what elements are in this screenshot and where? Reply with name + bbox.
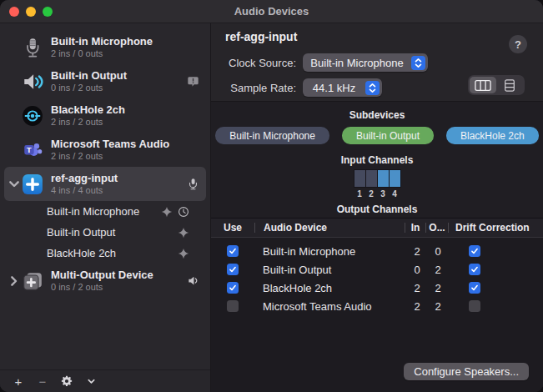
device-labels: Multi-Output Device0 ins / 2 outs (51, 269, 184, 293)
sample-rate-label: Sample Rate: (211, 82, 296, 94)
in-count-cell: 0 (407, 264, 427, 276)
drift-correction-checkbox[interactable] (469, 300, 480, 312)
column-header-use[interactable]: Use (211, 222, 254, 234)
page-title: ref-agg-input (225, 30, 297, 43)
output-channels-heading: Output Channels (211, 204, 543, 215)
use-checkbox[interactable] (227, 282, 239, 294)
view-segment-columns-view-icon[interactable] (470, 77, 496, 93)
configure-speakers-button[interactable]: Configure Speakers... (404, 363, 529, 380)
drift-correction-checkbox[interactable] (469, 245, 480, 257)
remove-device-button[interactable]: − (36, 375, 49, 388)
table-row[interactable]: Microsoft Teams Audio22 (211, 297, 543, 315)
zoom-button[interactable] (43, 7, 53, 17)
subdevice-name: Built-in Output (47, 226, 178, 239)
audio-device-cell: Built-in Microphone (254, 245, 407, 258)
sidebar-item-blackhole-2ch[interactable]: BlackHole 2ch2 ins / 2 outs (4, 98, 206, 133)
device-labels: Built-in Output0 ins / 2 outs (51, 69, 184, 93)
use-checkbox[interactable] (227, 245, 239, 257)
view-segment-rows-view-icon[interactable] (496, 77, 523, 93)
use-cell (211, 245, 254, 257)
device-status-icons (187, 274, 199, 287)
device-status-icons (187, 178, 199, 190)
input-channels-heading: Input Channels (211, 154, 543, 166)
device-labels: Built-in Microphone2 ins / 0 outs (51, 35, 199, 59)
use-checkbox[interactable] (227, 264, 239, 275)
blackhole-icon (21, 104, 43, 127)
drift-correction-checkbox[interactable] (469, 282, 480, 294)
device-name: Built-in Microphone (51, 35, 199, 48)
out-count-cell: 2 (427, 300, 449, 313)
use-checkbox[interactable] (227, 300, 239, 312)
window-title: Audio Devices (0, 5, 543, 18)
disclosure-chevron-icon[interactable] (8, 178, 21, 191)
subdevice-status-icons (161, 206, 189, 218)
subdevice-item-blackhole-2ch[interactable]: BlackHole 2ch (0, 243, 210, 264)
device-channel-summary: 2 ins / 2 outs (51, 151, 199, 162)
subdevice-pill-blackhole-2ch[interactable]: BlackHole 2ch (446, 127, 539, 144)
device-labels: ref-agg-input4 ins / 4 outs (51, 172, 184, 196)
sidebar-item-built-in-output[interactable]: Built-in Output0 ins / 2 outs (4, 64, 206, 98)
table-row[interactable]: BlackHole 2ch22 (211, 279, 543, 297)
popup-stepper-icon (411, 56, 425, 70)
sidebar-item-ref-agg-input[interactable]: ref-agg-input4 ins / 4 outs (4, 167, 206, 201)
channels-section: Subdevices Built-in MicrophoneBuilt-in O… (211, 102, 543, 218)
speech-bubble-alert-icon (187, 75, 199, 88)
subdevice-pill-built-in-output[interactable]: Built-in Output (342, 127, 434, 144)
chevron-down-icon[interactable] (84, 377, 98, 386)
column-header-in[interactable]: In (405, 222, 425, 234)
speaker-icon (21, 70, 43, 93)
input-channel-number: 2 (366, 188, 377, 199)
sidebar-toolbar: + − (0, 369, 210, 392)
audio-device-cell: Built-in Output (254, 264, 407, 276)
device-channel-summary: 2 ins / 2 outs (51, 117, 199, 128)
help-button[interactable]: ? (509, 35, 527, 53)
volume-icon (187, 274, 199, 287)
subdevice-item-built-in-output[interactable]: Built-in Output (0, 222, 210, 243)
column-header-o[interactable]: O... (426, 222, 448, 234)
aggregate-device-icon (21, 173, 43, 195)
clock-source-popup[interactable]: Built-in Microphone (303, 53, 428, 72)
microphone-icon (21, 36, 43, 58)
audio-devices-window: Audio Devices Built-in Microphone2 ins /… (0, 0, 543, 392)
sidebar-item-microsoft-teams-audio[interactable]: TMicrosoft Teams Audio2 ins / 2 outs (4, 133, 206, 167)
gear-icon[interactable] (60, 375, 73, 387)
sample-rate-popup[interactable]: 44.1 kHz (303, 78, 382, 97)
disclosure-chevron-icon[interactable] (8, 274, 21, 288)
device-detail-panel: ref-agg-input ? Clock Source: Built-in M… (211, 23, 543, 392)
close-button[interactable] (9, 7, 19, 17)
out-count-cell: 0 (427, 245, 449, 258)
column-header-audio-device[interactable]: Audio Device (255, 222, 405, 234)
subdevice-status-icons (178, 248, 189, 259)
subdevice-pill-built-in-microphone[interactable]: Built-in Microphone (215, 127, 329, 144)
drift-correction-cell (449, 245, 543, 257)
add-device-button[interactable]: + (12, 375, 25, 388)
device-channel-summary: 0 ins / 2 outs (51, 282, 184, 293)
out-count-cell: 2 (427, 264, 449, 276)
clock-icon (178, 206, 189, 218)
sidebar-item-built-in-microphone[interactable]: Built-in Microphone2 ins / 0 outs (4, 30, 206, 64)
table-header: UseAudio DeviceInO...Drift Correction (211, 219, 543, 238)
device-channel-summary: 0 ins / 2 outs (51, 83, 184, 93)
column-header-drift-correction[interactable]: Drift Correction (449, 222, 543, 234)
table-row[interactable]: Built-in Output02 (211, 260, 543, 279)
sidebar-item-multi-output-device[interactable]: Multi-Output Device0 ins / 2 outs (4, 264, 206, 298)
drift-icon (161, 206, 173, 218)
device-name: Microsoft Teams Audio (51, 138, 199, 151)
input-channel-number: 3 (378, 188, 389, 199)
drift-correction-cell (449, 264, 543, 275)
rows-view-icon (501, 79, 518, 92)
input-channel-grid (354, 169, 401, 188)
table-row[interactable]: Built-in Microphone20 (211, 242, 543, 260)
microphone-small-icon (187, 178, 199, 190)
in-count-cell: 2 (407, 300, 427, 313)
input-channel-numbers: 1234 (211, 188, 543, 199)
clock-source-label: Clock Source: (211, 57, 296, 69)
in-count-cell: 2 (407, 245, 427, 258)
use-cell (211, 282, 254, 294)
table-body: Built-in Microphone20Built-in Output02Bl… (211, 238, 543, 315)
subdevice-item-built-in-microphone[interactable]: Built-in Microphone (0, 201, 210, 222)
drift-correction-checkbox[interactable] (469, 264, 480, 275)
input-channel-cell-1 (354, 170, 365, 187)
minimize-button[interactable] (26, 7, 36, 17)
drift-icon (178, 248, 189, 259)
